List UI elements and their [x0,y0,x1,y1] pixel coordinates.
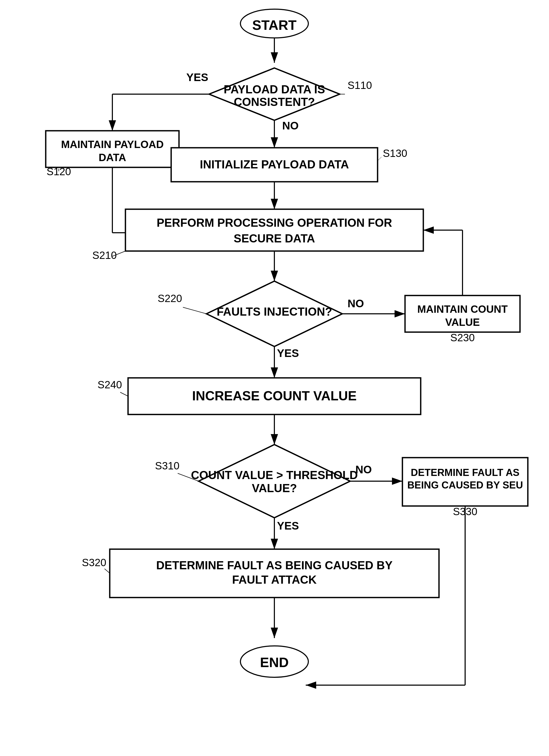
s320-ref: S320 [82,557,106,568]
s220-ref: S220 [158,293,182,304]
flowchart-diagram: START PAYLOAD DATA IS CONSISTENT? S110 Y… [0,0,549,756]
s110-label-line1: PAYLOAD DATA IS [224,83,325,96]
s210-label-line1: PERFORM PROCESSING OPERATION FOR [157,216,392,229]
s110-no-label: NO [282,120,299,132]
s130-label: INITIALIZE PAYLOAD DATA [200,158,349,171]
end-label: END [260,655,289,670]
start-label: START [252,18,296,33]
s240-label: INCREASE COUNT VALUE [192,389,357,403]
s110-yes-label: YES [186,71,208,83]
s310-no-label: NO [355,463,372,476]
s310-ref: S310 [155,460,179,471]
s110-label-line2: CONSISTENT? [234,95,315,108]
s210-ref: S210 [92,249,117,261]
s330-label-line2: BEING CAUSED BY SEU [407,480,523,491]
s210-label-line2: SECURE DATA [234,232,315,245]
s220-yes-label: YES [277,347,299,359]
s330-label-line1: DETERMINE FAULT AS [411,467,519,478]
s230-label-line1: MAINTAIN COUNT [417,303,508,315]
s230-ref: S230 [450,332,474,343]
s120-label-line1: MAINTAIN PAYLOAD [61,139,164,150]
s310-label-line1: COUNT VALUE > THRESHOLD [191,469,358,481]
svg-rect-17 [126,209,423,251]
s240-ref: S240 [98,379,122,390]
s220-no-label: NO [347,297,364,310]
s120-label-line2: DATA [99,152,126,163]
s320-label-line2: FAULT ATTACK [232,573,317,586]
s320-label-line1: DETERMINE FAULT AS BEING CAUSED BY [156,559,393,572]
s110-ref: S110 [347,79,372,91]
s130-ref: S130 [383,147,407,159]
s230-label-line2: VALUE [445,316,480,328]
s120-ref: S120 [47,166,71,177]
s310-label-line2: VALUE? [252,482,297,494]
s220-label: FAULTS INJECTION? [217,305,332,318]
s310-yes-label: YES [277,520,299,532]
